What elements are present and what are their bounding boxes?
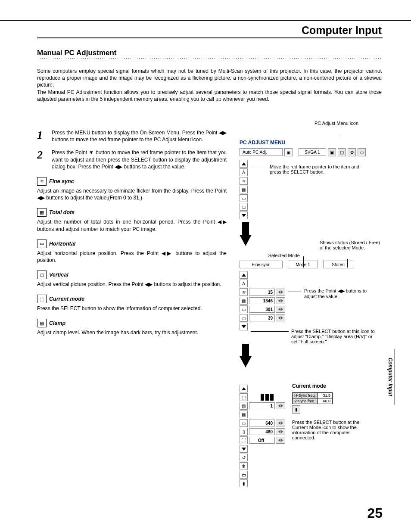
spinner-icon bbox=[276, 289, 285, 296]
annotation-current-mode: Press the SELECT button at the Current M… bbox=[292, 420, 365, 440]
param-title: Current mode bbox=[49, 296, 84, 302]
scroll-up-icon bbox=[240, 385, 248, 392]
vertical-icon: ◻ bbox=[240, 314, 248, 322]
callout-line bbox=[288, 292, 301, 292]
intro-p2: The Manual PC Adjustment function allows… bbox=[37, 89, 382, 103]
param-title: Horizontal bbox=[49, 241, 75, 247]
quit-icon: ▮ bbox=[240, 479, 248, 487]
spinner-icon bbox=[276, 402, 285, 409]
param-desc: Adjust horizontal picture position. Pres… bbox=[37, 250, 227, 264]
signal-field: SVGA 1 bbox=[299, 148, 326, 156]
clamp-icon: ▤ bbox=[240, 402, 248, 410]
param-title: Fine sync bbox=[49, 178, 74, 184]
intro-p1: Some computers employ special signal for… bbox=[37, 68, 382, 89]
fine-sync-field: Fine sync bbox=[240, 261, 283, 268]
param-desc: Adjust clamp level. When the image has d… bbox=[37, 329, 227, 336]
current-mode-title: Current mode bbox=[292, 383, 326, 389]
stored-field: Stored bbox=[323, 261, 353, 268]
spinner-icon bbox=[276, 420, 285, 426]
param-fine-sync: ≋ Fine sync Adjust an image as necessary… bbox=[37, 177, 227, 201]
param-horizontal: ▭ Horizontal Adjust horizontal picture p… bbox=[37, 240, 227, 264]
total-dots-icon: ▦ bbox=[37, 208, 47, 217]
callout-line bbox=[251, 331, 289, 332]
vertical-icon: ◻ bbox=[37, 271, 47, 279]
fine-sync-icon: ≋ bbox=[240, 288, 248, 296]
callout-line bbox=[252, 167, 265, 167]
param-title: Total dots bbox=[49, 209, 75, 215]
fine-sync-icon: ≋ bbox=[240, 177, 248, 185]
callout-line bbox=[347, 259, 348, 268]
top-rule bbox=[0, 20, 411, 21]
scroll-down-icon bbox=[240, 323, 248, 330]
h-sync-label: H-Sync freq. bbox=[293, 393, 318, 398]
step-2: 2 Press the Point ▼ button to move the r… bbox=[37, 149, 227, 170]
value-fine-sync: 15 bbox=[249, 289, 275, 296]
selected-mode-label: Selected Mode bbox=[257, 253, 300, 258]
freq-table: H-Sync freq.31.5 V-Sync freq.60.0 bbox=[292, 392, 333, 404]
menu-top-bar: Auto PC Adj. ▣ SVGA 1 ▣ ▢ ✿ ▭ bbox=[240, 148, 382, 156]
display-area-icon: ▦ bbox=[240, 411, 248, 418]
v-sync-label: V-Sync freq. bbox=[293, 398, 318, 404]
annotation-status: Shows status (Stored / Free) of the sele… bbox=[320, 240, 380, 250]
menu-icon: ✿ bbox=[348, 148, 356, 156]
menu-icon: ▢ bbox=[338, 148, 346, 156]
clamp-icon: ▤ bbox=[37, 319, 47, 327]
fine-sync-icon: ≋ bbox=[37, 177, 47, 186]
horizontal-icon: ▭ bbox=[240, 194, 248, 202]
annotation-move: Move the red frame pointer to the item a… bbox=[270, 164, 369, 174]
auto-icon: A bbox=[240, 280, 248, 287]
free-icon: 🗑 bbox=[240, 462, 248, 470]
spinner-icon bbox=[276, 297, 285, 304]
arrow-down-icon bbox=[240, 235, 252, 246]
param-clamp: ▤ Clamp Adjust clamp level. When the ima… bbox=[37, 319, 227, 336]
menu-icon: ▣ bbox=[328, 148, 336, 156]
value-fullscreen: Off bbox=[249, 437, 275, 444]
scroll-up-icon bbox=[240, 160, 248, 168]
spinner-icon bbox=[276, 437, 285, 444]
param-vertical: ◻ Vertical Adjust vertical picture posit… bbox=[37, 271, 227, 288]
h-sync-value: 31.5 bbox=[318, 393, 333, 398]
param-desc: Press the SELECT button to show the info… bbox=[37, 305, 227, 312]
param-desc: Adjust an image as necessary to eliminat… bbox=[37, 187, 227, 201]
annotation-adjust: Press the Point ◀▶ buttons to adjust the… bbox=[304, 288, 377, 299]
right-column: PC Adjust Menu icon PC ADJUST MENU Auto … bbox=[240, 121, 382, 487]
reset-icon: ↺ bbox=[240, 454, 248, 461]
scroll-up-icon bbox=[240, 271, 248, 279]
fullscreen-icon: ⛶ bbox=[240, 436, 248, 444]
param-title: Vertical bbox=[49, 272, 68, 278]
current-mode-icon: ⬚ bbox=[37, 295, 47, 303]
value-vertical: 39 bbox=[249, 314, 275, 321]
current-mode-group: Current mode ⬚ ▤ ▦ ▭ ▯ ⛶ ↺ 🗑 🗀 ▮ bbox=[240, 385, 382, 487]
value-clamp: 1 bbox=[249, 402, 275, 409]
page-number: 25 bbox=[367, 505, 383, 521]
step-1: 1 Press the MENU button to display the O… bbox=[37, 129, 227, 143]
menu-icon: ▭ bbox=[358, 148, 366, 156]
icon-caption: PC Adjust Menu icon bbox=[291, 121, 382, 126]
value-display-v: 480 bbox=[249, 428, 275, 435]
param-current-mode: ⬚ Current mode Press the SELECT button t… bbox=[37, 295, 227, 312]
arrow-down-icon bbox=[240, 356, 252, 367]
intro-text: Some computers employ special signal for… bbox=[37, 68, 382, 103]
display-v-icon: ▯ bbox=[240, 428, 248, 436]
value-total-dots: 1346 bbox=[249, 297, 275, 304]
section-title: Manual PC Adjustment bbox=[37, 49, 117, 57]
scroll-down-icon bbox=[240, 445, 248, 453]
auto-icon: A bbox=[240, 168, 248, 176]
value-horizontal: 301 bbox=[249, 306, 275, 313]
horizontal-icon: ▭ bbox=[240, 305, 248, 313]
value-display-h: 640 bbox=[249, 420, 275, 426]
store-icon: 🗀 bbox=[240, 471, 248, 479]
icon-column-1: A ≋ ▦ ▭ ◻ bbox=[240, 160, 248, 219]
step-text: Press the Point ▼ button to move the red… bbox=[52, 149, 227, 170]
auto-pc-adj-field: Auto PC Adj. bbox=[240, 148, 283, 156]
left-column: 1 Press the MENU button to display the O… bbox=[37, 129, 227, 336]
current-mode-icon: ⬚ bbox=[240, 393, 248, 401]
spinner-icon bbox=[276, 428, 285, 435]
callout-line bbox=[303, 256, 304, 268]
scroll-down-icon bbox=[240, 212, 248, 219]
adjust-group: A ≋ ▦ ▭ ◻ 15 1346 301 39 Press the Point… bbox=[240, 271, 382, 330]
display-h-icon: ▭ bbox=[240, 419, 248, 427]
spinner-icon bbox=[276, 314, 285, 321]
callout-line bbox=[341, 126, 341, 136]
step-number: 2 bbox=[37, 149, 52, 170]
